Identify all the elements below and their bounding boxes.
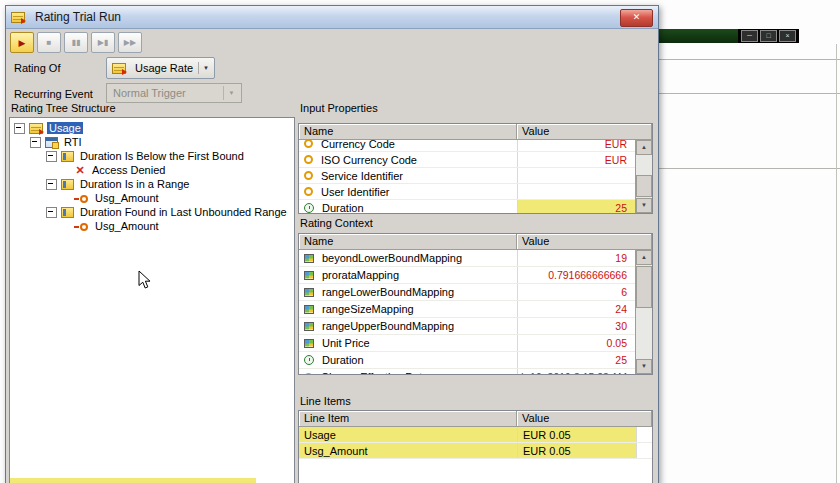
tree-node-label: RTI [62, 136, 84, 148]
context-name: beyondLowerBoundMapping [322, 252, 462, 264]
mapping-icon [304, 288, 314, 297]
bg-close-button[interactable]: × [779, 30, 796, 42]
property-icon [304, 187, 313, 196]
collapse-toggle-icon[interactable] [46, 207, 57, 218]
rating-of-label: Rating Of [14, 62, 60, 74]
tree-node-label: Access Denied [90, 164, 167, 176]
table-header: Name Value [299, 124, 652, 140]
property-name: Duration [322, 202, 364, 214]
pause-button[interactable]: ▮▮ [64, 32, 88, 53]
tree-node-access-denied[interactable]: ✕ Access Denied [10, 163, 294, 177]
collapse-toggle-icon[interactable] [30, 137, 41, 148]
step-button[interactable]: ▶▮ [91, 32, 115, 53]
recurring-event-combobox[interactable]: Normal Trigger ▼ [106, 83, 242, 103]
mapping-icon [304, 271, 314, 280]
context-value: 24 [517, 301, 635, 317]
scroll-up-icon[interactable]: ▲ [636, 250, 652, 265]
run-to-end-button[interactable]: ▶▶ [118, 32, 142, 53]
collapse-toggle-icon[interactable] [14, 123, 25, 134]
tree-node-usg-amount-1[interactable]: Usg_Amount [10, 191, 294, 205]
property-value [517, 168, 635, 183]
table-row[interactable]: rangeSizeMapping 24 [299, 301, 635, 318]
bg-maximize-button[interactable]: □ [760, 30, 777, 42]
clock-icon [304, 355, 314, 365]
recurring-event-label: Recurring Event [14, 88, 93, 100]
access-denied-icon: ✕ [74, 165, 86, 176]
context-name: rangeSizeMapping [322, 303, 414, 315]
table-row[interactable]: Service Identifier [299, 168, 635, 184]
rating-tree[interactable]: Usage RTI Duration Is Below the First Bo… [9, 117, 295, 483]
table-header: Name Value [299, 234, 652, 250]
scroll-down-icon[interactable]: ▼ [636, 359, 652, 374]
property-icon [304, 373, 313, 376]
context-name: Unit Price [322, 337, 370, 349]
bg-minimize-button[interactable]: ─ [741, 30, 758, 42]
background-window-controls: ─ □ × [738, 29, 799, 43]
collapse-toggle-icon[interactable] [46, 179, 57, 190]
input-properties-table: Name Value Currency Code EUR ISO Currenc… [298, 123, 653, 214]
property-name: Service Identifier [321, 170, 403, 182]
property-value [517, 184, 635, 199]
table-row[interactable]: ISO Currency Code EUR [299, 152, 635, 168]
tree-node-last-unbounded-range[interactable]: Duration Found in Last Unbounded Range [10, 205, 294, 219]
context-name: rangeUpperBoundMapping [322, 320, 454, 332]
line-item-row-usg-amount[interactable]: Usg_Amount EUR 0.05 [299, 443, 652, 459]
line-item-value: EUR 0.05 [517, 427, 637, 442]
table-row[interactable]: Charge Effective Date March 10, 2019 8:1… [299, 369, 635, 375]
context-value: 0.05 [517, 335, 635, 351]
titlebar[interactable]: Rating Trial Run ✕ [6, 6, 658, 29]
table-row[interactable]: rangeUpperBoundMapping 30 [299, 318, 635, 335]
table-row[interactable]: Duration 25 [299, 352, 635, 369]
close-button[interactable]: ✕ [620, 9, 653, 27]
scrollbar-thumb[interactable] [636, 175, 652, 197]
stop-button[interactable]: ■ [37, 32, 61, 53]
branch-icon [61, 207, 74, 218]
tree-node-usage[interactable]: Usage [10, 121, 294, 135]
run-button[interactable]: ▶ [10, 32, 34, 53]
rating-of-dropdown[interactable]: Usage Rate ▼ [106, 57, 215, 79]
context-value: 6 [517, 284, 635, 300]
collapse-toggle-icon[interactable] [46, 151, 57, 162]
context-value: 30 [517, 318, 635, 334]
property-value: EUR [517, 140, 635, 151]
tree-node-label: Usg_Amount [93, 192, 161, 204]
column-header-name: Name [299, 124, 517, 140]
line-item-name: Usage [304, 429, 336, 441]
rating-of-value: Usage Rate [135, 62, 193, 74]
table-row[interactable]: beyondLowerBoundMapping 19 [299, 250, 635, 267]
rating-context-table: Name Value beyondLowerBoundMapping 19 pr… [298, 233, 653, 375]
rti-icon [45, 137, 58, 148]
line-item-value: EUR 0.05 [517, 443, 637, 458]
line-item-row-usage[interactable]: Usage EUR 0.05 [299, 427, 652, 443]
context-value: 0.791666666666 [517, 267, 635, 283]
table-row[interactable]: rangeLowerBoundMapping 6 [299, 284, 635, 301]
scrollbar[interactable]: ▲ ▼ [635, 250, 652, 374]
property-name: User Identifier [321, 186, 389, 198]
scrollbar[interactable]: ▲ ▼ [635, 140, 652, 213]
tree-node-rti[interactable]: RTI [10, 135, 294, 149]
table-row-duration[interactable]: Duration 25 [299, 200, 635, 214]
background-panel-divider [656, 59, 840, 60]
property-icon [304, 140, 313, 148]
context-name: Duration [322, 354, 364, 366]
table-header: Line Item Value [299, 411, 652, 427]
mapping-icon [304, 254, 314, 263]
tree-node-in-a-range[interactable]: Duration Is in a Range [10, 177, 294, 191]
table-row[interactable]: Currency Code EUR [299, 140, 635, 152]
scroll-up-icon[interactable]: ▲ [636, 140, 652, 155]
background-window-titlebar-green [658, 29, 738, 43]
table-row[interactable]: User Identifier [299, 184, 635, 200]
table-row[interactable]: prorataMapping 0.791666666666 [299, 267, 635, 284]
context-value: March 10, 2019 8:15:28 AM [517, 369, 635, 375]
clock-icon [304, 203, 314, 213]
scroll-down-icon[interactable]: ▼ [636, 198, 652, 213]
table-row[interactable]: Unit Price 0.05 [299, 335, 635, 352]
tree-node-below-first-bound[interactable]: Duration Is Below the First Bound [10, 149, 294, 163]
recurring-event-value: Normal Trigger [113, 87, 186, 99]
background-panel-divider [656, 168, 840, 169]
tree-node-usg-amount-2[interactable]: Usg_Amount [10, 219, 294, 233]
scrollbar-thumb[interactable] [636, 266, 652, 308]
background-panel-divider [656, 93, 840, 94]
amount-icon [74, 194, 89, 203]
background-panel-edge [836, 44, 837, 483]
